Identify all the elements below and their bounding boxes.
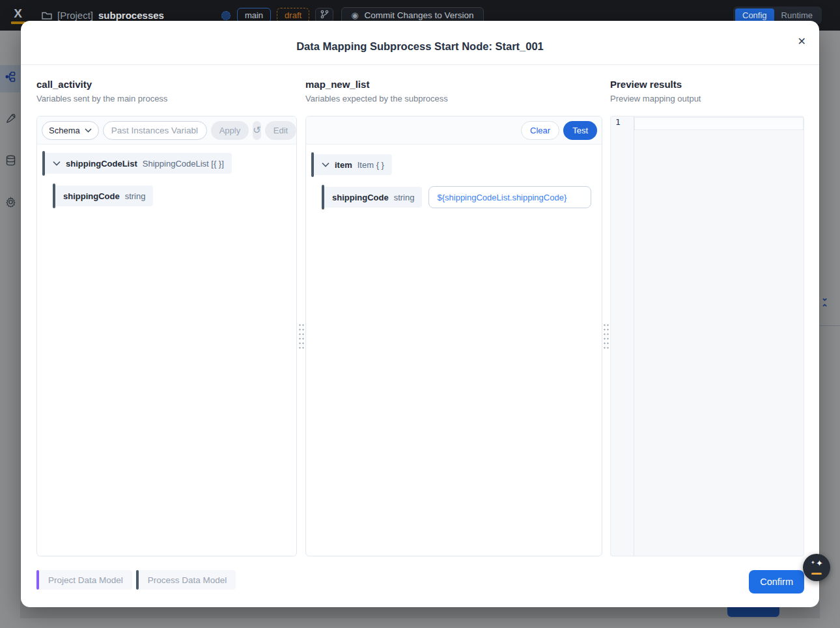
source-column-header: call_activity Variables sent by the main… — [36, 65, 297, 116]
target-title: map_new_list — [305, 79, 602, 90]
target-panel: Clear Test item Item { } — [305, 116, 602, 556]
drag-handle-icon[interactable] — [298, 323, 305, 350]
history-button[interactable]: ↺ — [253, 121, 261, 140]
modal-footer: Project Data Model Process Data Model Co… — [21, 556, 819, 607]
edit-button[interactable]: Edit — [265, 121, 296, 140]
test-button[interactable]: Test — [563, 121, 597, 140]
commit-changes-label: Commit Changes to Version — [364, 10, 473, 20]
clear-button[interactable]: Clear — [521, 121, 559, 140]
target-column-header: map_new_list Variables expected by the s… — [305, 65, 602, 116]
sparkles-underline — [811, 573, 822, 575]
tree-row-shippingcodelist[interactable]: shippingCodeList ShippingCodeList [{ }] — [42, 151, 291, 176]
tree-row-content: shippingCode string — [324, 187, 422, 208]
variable-type: ShippingCodeList [{ }] — [143, 159, 224, 169]
variable-type: string — [125, 191, 146, 201]
chevron-down-icon[interactable] — [322, 162, 329, 167]
chevron-down-icon — [85, 128, 92, 133]
data-mapping-modal: Data Mapping Subprocess Start Node: Star… — [21, 21, 819, 607]
source-column: call_activity Variables sent by the main… — [36, 65, 297, 556]
modal-body: call_activity Variables sent by the main… — [21, 65, 819, 556]
modal-header: Data Mapping Subprocess Start Node: Star… — [21, 21, 819, 65]
breadcrumb: [Project] subprocesses — [42, 10, 164, 21]
tree-row-content: shippingCode string — [55, 185, 153, 206]
schema-select-label: Schema — [49, 126, 80, 135]
app-logo-letter: X — [10, 7, 26, 21]
column-resizer[interactable] — [297, 65, 305, 556]
preview-title: Preview results — [610, 79, 804, 90]
variable-type: string — [394, 193, 415, 202]
process-data-model-button[interactable]: Process Data Model — [136, 570, 236, 590]
preview-editor[interactable]: 1 — [610, 116, 804, 556]
git-branch-icon — [320, 10, 329, 21]
tab-config[interactable]: Config — [735, 8, 774, 22]
variable-name: shippingCode — [63, 191, 120, 201]
ai-assistant-button[interactable]: ✦ ✦ — [803, 554, 830, 581]
mapping-expression-input[interactable] — [428, 186, 591, 208]
past-instances-variables-input[interactable] — [103, 121, 207, 140]
confirm-button[interactable]: Confirm — [749, 570, 804, 594]
history-icon: ↺ — [253, 124, 261, 136]
schema-select[interactable]: Schema — [42, 121, 99, 140]
target-subtitle: Variables expected by the subprocess — [305, 94, 602, 103]
variable-name: shippingCodeList — [66, 159, 137, 169]
tree-row-item[interactable]: item Item { } — [311, 152, 596, 177]
close-icon[interactable]: ✕ — [798, 36, 806, 47]
target-column: map_new_list Variables expected by the s… — [305, 65, 602, 556]
tree-row-shippingcode-mapping[interactable]: shippingCode string — [322, 185, 596, 210]
editor-code-area[interactable] — [634, 116, 804, 556]
sparkles-icon: ✦ ✦ — [810, 561, 823, 571]
editor-active-line — [634, 117, 804, 130]
avatar[interactable] — [221, 11, 231, 20]
preview-subtitle: Preview mapping output — [610, 94, 804, 103]
column-resizer[interactable] — [602, 65, 610, 556]
variable-name: item — [335, 160, 352, 170]
variable-name: shippingCode — [332, 193, 389, 202]
source-tree: shippingCodeList ShippingCodeList [{ }] … — [37, 144, 296, 223]
tree-row-shippingcode[interactable]: shippingCode string — [53, 184, 291, 208]
project-label: [Project] — [57, 10, 93, 21]
tab-runtime[interactable]: Runtime — [774, 8, 820, 22]
apply-button[interactable]: Apply — [211, 121, 249, 140]
modal-title: Data Mapping Subprocess Start Node: Star… — [296, 33, 544, 53]
target-tree: item Item { } shippingCode string — [306, 144, 602, 224]
drag-handle-icon[interactable] — [603, 323, 609, 350]
preview-column: Preview results Preview mapping output 1 — [610, 65, 804, 556]
project-data-model-button[interactable]: Project Data Model — [36, 570, 132, 590]
commit-icon: ◉ — [351, 11, 358, 20]
preview-column-header: Preview results Preview mapping output — [610, 65, 804, 116]
target-toolbar: Clear Test — [306, 116, 602, 144]
source-subtitle: Variables sent by the main process — [36, 94, 297, 103]
source-toolbar: Schema Apply ↺ Edit — [37, 116, 296, 144]
process-data-model-label: Process Data Model — [139, 570, 236, 590]
chevron-down-icon[interactable] — [53, 161, 61, 166]
source-panel: Schema Apply ↺ Edit — [36, 116, 297, 556]
folder-icon — [42, 11, 52, 20]
project-data-model-label: Project Data Model — [39, 570, 132, 590]
tree-row-content: item Item { } — [314, 154, 392, 175]
project-name: subprocesses — [98, 10, 164, 21]
tree-row-content: shippingCodeList ShippingCodeList [{ }] — [45, 153, 232, 174]
source-title: call_activity — [36, 79, 297, 90]
variable-type: Item { } — [357, 160, 384, 170]
editor-line-number: 1 — [611, 116, 634, 556]
